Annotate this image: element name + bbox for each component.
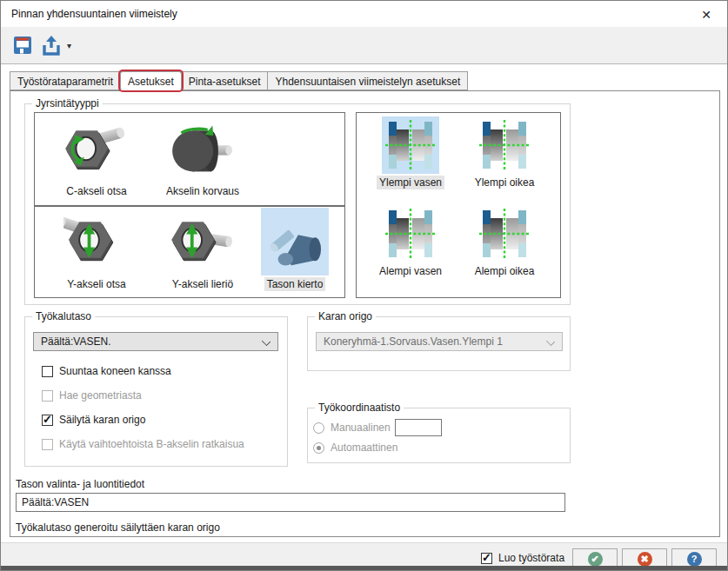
work-coordinate-group: Työkoordinaatisto Manuaalinen Automaatti… (307, 408, 571, 463)
tab-tyostorataparametrit[interactable]: Työstörataparametrit (10, 71, 121, 90)
spindle-position-label: Alempi vasen (377, 264, 444, 278)
radio-circle (313, 422, 324, 434)
cancel-x-icon: ✖ (638, 552, 652, 567)
radio-automaattinen: Automaattinen (313, 441, 397, 455)
close-icon[interactable]: ✕ (698, 6, 715, 23)
milling-type-y-akseli-lierio[interactable]: Y-akseli lieriö (155, 208, 250, 291)
spindle-position-box: Ylempi vasen Ylempi oikea Alempi vasen A… (356, 112, 561, 298)
milling-type-group: Jyrsintätyyppi C-akseli otsa Akselin kor… (24, 103, 571, 305)
checkbox-label: Hae geometriasta (59, 389, 142, 402)
milling-type-tason-kierto[interactable]: Tason kierto (247, 208, 343, 291)
chevron-down-icon (546, 337, 555, 346)
spindle-position-label: Ylempi vasen (377, 176, 444, 189)
axis-substitution-icon (170, 120, 236, 177)
milling-type-label: Y-akseli lieriö (170, 277, 236, 291)
spindle-position-ylempi-oikea[interactable]: Ylempi oikea (459, 116, 550, 189)
plane-info-field[interactable] (16, 493, 565, 512)
checkbox-sailyta-karan-origo[interactable]: Säilytä karan origo (42, 413, 145, 427)
spindle-position-alempi-vasen[interactable]: Alempi vasen (365, 205, 456, 278)
radio-label: Automaattinen (331, 442, 397, 454)
export-dropdown-caret-icon[interactable]: ▾ (67, 41, 71, 50)
spindle-position-label: Alempi oikea (472, 264, 538, 278)
tab-pinta-asetukset[interactable]: Pinta-asetukset (181, 71, 269, 90)
milling-type-row1-box: C-akseli otsa Akselin korvaus (34, 112, 345, 206)
lower-left-spindle-icon (384, 207, 437, 261)
radio-circle (313, 442, 324, 454)
checkbox-suuntaa-koneen-kanssa[interactable]: Suuntaa koneen kanssa (42, 364, 171, 378)
spindle-origin-dropdown-value: Koneryhmä-1.Sorvaus.Vasen.Ylempi 1 (324, 335, 503, 348)
ok-check-icon: ✔ (588, 552, 603, 567)
upper-right-spindle-icon (478, 118, 531, 172)
toolbar: ▾ (1, 27, 727, 64)
dialog-surface-parallel-finishing: Pinnan yhdensuuntainen viimeistely ✕ ▾ T… (0, 0, 728, 571)
plane-info-label: Tason valinta- ja luontitiedot (16, 478, 144, 490)
y-axis-face-icon (63, 213, 130, 270)
spindle-origin-group: Karan origo Koneryhmä-1.Sorvaus.Vasen.Yl… (307, 316, 571, 371)
tab-yhdensuuntaisen-viimeistelyn-asetukset[interactable]: Yhdensuuntaisen viimeistelyn asetukset (267, 71, 468, 90)
milling-type-row2-box: Y-akseli otsa Y-akseli lieriö Tason kier… (34, 206, 345, 298)
milling-type-akselin-korvaus[interactable]: Akselin korvaus (155, 115, 250, 198)
tool-plane-group: Työkalutaso Päältä:VASEN. Suuntaa koneen… (24, 316, 288, 467)
help-question-icon: ? (687, 552, 702, 567)
radio-manuaalinen: Manuaalinen (313, 421, 391, 435)
save-icon[interactable] (13, 36, 32, 55)
milling-type-label: Akselin korvaus (164, 184, 242, 198)
settings-panel: Jyrsintätyyppi C-akseli otsa Akselin kor… (10, 90, 720, 537)
milling-type-c-akseli-otsa[interactable]: C-akseli otsa (49, 115, 144, 198)
title-bar: Pinnan yhdensuuntainen viimeistely ✕ (1, 1, 727, 27)
dialog-title: Pinnan yhdensuuntainen viimeistely (11, 8, 177, 20)
tab-asetukset[interactable]: Asetukset (120, 71, 182, 90)
plane-rotation-icon (268, 215, 322, 269)
lower-right-spindle-icon (478, 207, 531, 261)
checkbox-label: Suuntaa koneen kanssa (59, 365, 171, 377)
checkbox-box (42, 415, 53, 426)
spindle-origin-dropdown: Koneryhmä-1.Sorvaus.Vasen.Ylempi 1 (316, 332, 563, 351)
status-text: Työkalutaso generoitu säilyttäen karan o… (16, 521, 220, 534)
spindle-position-alempi-oikea[interactable]: Alempi oikea (459, 205, 550, 278)
milling-type-group-label: Jyrsintätyyppi (32, 97, 103, 110)
checkbox-box (481, 553, 492, 564)
checkbox-box (42, 390, 53, 402)
checkbox-kayta-vaihtoehtoista-b-akselin-ratkaisua: Käytä vaihtoehtoista B-akselin ratkaisua (42, 437, 244, 451)
checkbox-box (42, 366, 53, 377)
milling-type-label: Y-akseli otsa (64, 277, 129, 291)
upper-left-spindle-icon (384, 118, 437, 172)
c-axis-face-icon (63, 120, 130, 177)
checkbox-label: Säilytä karan origo (59, 414, 145, 426)
checkbox-box (42, 439, 53, 450)
checkbox-luo-tyostorata[interactable]: Luo työstörata (481, 551, 564, 565)
checkbox-label: Käytä vaihtoehtoista B-akselin ratkaisua (59, 438, 244, 450)
y-axis-cylinder-icon (170, 213, 236, 270)
milling-type-label: C-akseli otsa (63, 184, 129, 198)
tool-plane-dropdown-value: Päältä:VASEN. (41, 335, 110, 348)
radio-label: Manuaalinen (331, 422, 391, 434)
chevron-down-icon (262, 337, 270, 346)
tool-plane-group-label: Työkalutaso (32, 310, 95, 322)
spindle-position-label: Ylempi oikea (472, 176, 538, 189)
export-icon[interactable] (41, 36, 62, 56)
checkbox-label: Luo työstörata (498, 552, 564, 564)
tab-strip: Työstörataparametrit Asetukset Pinta-ase… (10, 71, 468, 90)
checkbox-hae-geometriasta: Hae geometriasta (42, 388, 142, 402)
work-coordinate-number-field (395, 419, 442, 436)
milling-type-y-akseli-otsa[interactable]: Y-akseli otsa (49, 208, 144, 291)
spindle-origin-group-label: Karan origo (315, 310, 376, 322)
milling-type-label: Tason kierto (264, 277, 326, 291)
window-bottom-edge (1, 566, 728, 570)
spindle-position-ylempi-vasen[interactable]: Ylempi vasen (365, 116, 456, 189)
tool-plane-dropdown[interactable]: Päältä:VASEN. (33, 332, 278, 351)
work-coordinate-group-label: Työkoordinaatisto (315, 402, 404, 414)
